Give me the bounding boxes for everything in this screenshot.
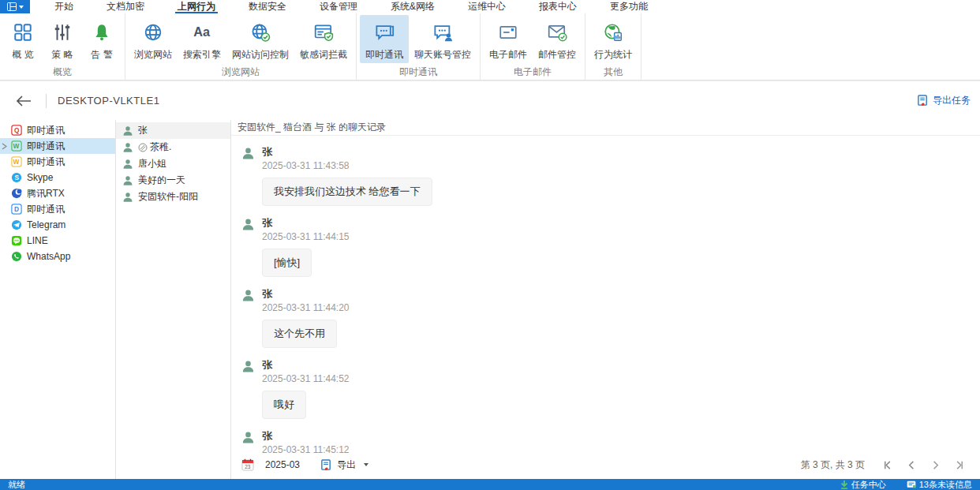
chevron-down-icon — [19, 6, 24, 9]
message-timestamp: 2025-03-31 11:43:58 — [262, 159, 432, 173]
ribbon-group-browse: 浏览网站 Aa 搜索引擎 网站访问控制 敏感词拦截 — [125, 13, 357, 80]
email-button[interactable]: 电子邮件 — [484, 15, 533, 63]
tab-doc-encryption[interactable]: 文档加密 — [90, 0, 161, 13]
sidebar-item-rtx[interactable]: 腾讯RTX — [0, 185, 115, 201]
website-access-control-button[interactable]: 网站访问控制 — [226, 15, 294, 63]
svg-text:Q: Q — [14, 126, 20, 134]
contact-anggu[interactable]: 安固软件-阳阳 — [116, 189, 230, 205]
tab-system-network[interactable]: 系统&网络 — [374, 0, 451, 13]
search-engine-button[interactable]: Aa 搜索引擎 — [178, 15, 226, 63]
contact-zhang[interactable]: 张 — [116, 122, 230, 139]
svg-text:Aa: Aa — [193, 24, 211, 39]
message-timestamp: 2025-03-31 11:44:20 — [262, 301, 350, 315]
browse-website-button[interactable]: 浏览网站 — [129, 15, 178, 63]
chat-account-control-label: 聊天账号管控 — [414, 48, 471, 62]
sidebar-item-label: 腾讯RTX — [27, 187, 65, 200]
next-page-button[interactable] — [928, 458, 942, 472]
ribbon-group-email: 电子邮件 邮件管控 电子邮件 — [481, 13, 585, 80]
rtx-icon — [11, 188, 22, 199]
sidebar-item-line[interactable]: LINE — [0, 233, 115, 249]
first-page-button[interactable] — [881, 458, 895, 472]
status-bar: 就绪 任务中心 13条未读信息 — [0, 479, 980, 490]
im-app-sidebar: Q 即时通讯 W 即时通讯 W 即时通讯 S Skype 腾讯RTX D — [0, 120, 116, 479]
sidebar-item-wecom[interactable]: W 即时通讯 — [0, 154, 115, 170]
tab-more-features[interactable]: 更多功能 — [593, 0, 664, 13]
tab-internet-behavior[interactable]: 上网行为 — [161, 0, 232, 13]
sidebar-item-label: Skype — [27, 172, 53, 183]
message-list[interactable]: 张 2025-03-31 11:43:58 我安排我们这边技术 给您看一下 张 … — [231, 136, 980, 455]
contact-badge-icon — [138, 143, 148, 152]
tab-ops-center[interactable]: 运维中心 — [451, 0, 522, 13]
mail-control-button[interactable]: 邮件管控 — [533, 15, 582, 63]
sidebar-item-skype[interactable]: S Skype — [0, 170, 115, 185]
back-arrow-icon — [16, 95, 32, 107]
unread-messages-button[interactable]: 13条未读信息 — [907, 479, 972, 490]
alert-button[interactable]: 告 警 — [82, 15, 122, 63]
message-item: 张 2025-03-31 11:43:58 我安排我们这边技术 给您看一下 — [241, 145, 980, 206]
message-bubble: 我安排我们这边技术 给您看一下 — [262, 178, 432, 206]
policy-button[interactable]: 策 略 — [43, 15, 82, 63]
expander-icon[interactable] — [2, 141, 7, 152]
chat-toolbar: 23 2025-03 导出 第 3 页, 共 3 页 — [231, 455, 980, 479]
sidebar-item-telegram[interactable]: Telegram — [0, 217, 115, 233]
avatar-icon — [122, 125, 133, 137]
sidebar-item-wechat[interactable]: W 即时通讯 — [0, 138, 115, 154]
export-task-button[interactable]: 导出任务 — [917, 94, 971, 107]
status-ready: 就绪 — [8, 479, 25, 490]
avatar-icon — [241, 360, 255, 373]
avatar-icon — [122, 192, 133, 203]
sidebar-item-dingtalk[interactable]: D 即时通讯 — [0, 201, 115, 217]
avatar-icon — [122, 159, 133, 170]
contact-meihao[interactable]: 美好的一天 — [116, 172, 230, 189]
message-sender: 张 — [262, 358, 350, 372]
tab-report-center[interactable]: 报表中心 — [522, 0, 593, 13]
message-timestamp: 2025-03-31 11:45:12 — [262, 443, 422, 455]
chat-account-control-button[interactable]: 聊天账号管控 — [409, 15, 477, 63]
email-label: 电子邮件 — [489, 48, 527, 62]
chat-record-title: 安固软件_ 猫台酒 与 张 的聊天记录 — [231, 120, 980, 136]
mail-icon — [498, 20, 518, 45]
svg-text:S: S — [14, 174, 19, 181]
alert-label: 告 警 — [91, 48, 112, 62]
whatsapp-icon — [11, 251, 22, 262]
tab-start[interactable]: 开始 — [38, 0, 90, 13]
im-button[interactable]: 即时通讯 — [360, 15, 409, 63]
overview-label: 概 览 — [12, 48, 33, 62]
wechat-icon: W — [11, 140, 22, 151]
export-button[interactable]: 导出 — [320, 458, 368, 472]
wecom-icon: W — [11, 156, 22, 167]
sidebar-item-label: WhatsApp — [27, 251, 70, 262]
tab-device-management[interactable]: 设备管理 — [303, 0, 374, 13]
sidebar-item-qq[interactable]: Q 即时通讯 — [0, 122, 115, 138]
task-center-button[interactable]: 任务中心 — [840, 479, 886, 490]
avatar-icon — [122, 142, 133, 153]
sensitive-word-button[interactable]: 敏感词拦截 — [294, 15, 353, 63]
message-bubble: 哦好 — [262, 391, 306, 419]
back-button[interactable] — [13, 90, 35, 112]
tab-data-security[interactable]: 数据安全 — [232, 0, 303, 13]
svg-text:W: W — [13, 142, 19, 150]
sidebar-item-whatsapp[interactable]: WhatsApp — [0, 249, 115, 264]
globe-icon — [143, 20, 163, 45]
unread-messages-label: 13条未读信息 — [919, 479, 972, 490]
last-page-button[interactable] — [952, 458, 966, 472]
contact-chazhi[interactable]: 茶稚. — [116, 139, 230, 155]
message-item: 张 2025-03-31 11:44:15 [愉快] — [241, 216, 980, 277]
month-value: 2025-03 — [265, 459, 300, 470]
mail-shield-icon — [547, 20, 567, 45]
contact-tang[interactable]: 唐小姐 — [116, 155, 230, 172]
behavior-stats-label: 行为统计 — [594, 48, 632, 62]
grid-icon — [13, 20, 33, 45]
line-icon — [11, 235, 22, 246]
chat-panel: 安固软件_ 猫台酒 与 张 的聊天记录 张 2025-03-31 11:43:5… — [231, 120, 980, 479]
contact-name: 安固软件-阳阳 — [138, 190, 198, 204]
sidebar-item-label: 即时通讯 — [27, 203, 65, 216]
app-menu-button[interactable] — [0, 0, 30, 13]
month-picker[interactable]: 23 2025-03 — [241, 458, 320, 471]
overview-button[interactable]: 概 览 — [3, 15, 43, 63]
ribbon-spacer — [641, 13, 980, 80]
policy-label: 策 略 — [51, 48, 73, 62]
message-timestamp: 2025-03-31 11:44:52 — [262, 372, 350, 386]
behavior-stats-button[interactable]: 行为统计 — [589, 15, 638, 63]
prev-page-button[interactable] — [904, 458, 918, 472]
